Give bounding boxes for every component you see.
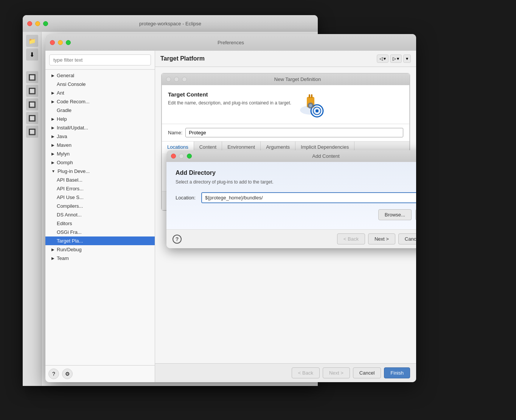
tree-label-java: Java — [57, 134, 67, 139]
svg-rect-3 — [311, 94, 312, 98]
browse-button[interactable]: Browse... — [378, 209, 412, 220]
add-content-back-button[interactable]: < Back — [337, 233, 365, 244]
tree-item-ds-annot[interactable]: DS Annot... — [45, 210, 155, 219]
preferences-body: ▶ General Ansi Console ▶ Ant ▶ Code Reco… — [45, 51, 416, 382]
tree-label-api-base: API Basel... — [57, 177, 82, 183]
add-content-cancel-button[interactable]: Cancel — [398, 233, 416, 244]
nav-forward-icon: ▷ — [393, 56, 396, 61]
eclipse-sidebar-icon-2[interactable]: ⬇ — [26, 48, 38, 61]
pref-traffic-lights — [50, 40, 71, 45]
tree-label-code-recom: Code Recom... — [57, 99, 90, 104]
tree-item-team[interactable]: ▶ Team — [45, 254, 155, 263]
tree-item-oomph[interactable]: ▶ Oomph — [45, 158, 155, 167]
tree-item-ansi-console[interactable]: Ansi Console — [45, 80, 155, 89]
tree-label-plugin: Plug-in Deve... — [58, 168, 90, 174]
add-content-help-icon[interactable]: ? — [173, 235, 182, 244]
tree-label-osgi-fra: OSGi Fra... — [57, 229, 82, 235]
location-input-container: ▾ — [201, 192, 416, 203]
variables-button[interactable]: Variables... — [415, 209, 416, 220]
tree-item-compilers[interactable]: Compilers... — [45, 202, 155, 210]
tree-footer: ? ⚙ — [45, 365, 155, 382]
eclipse-titlebar: protege-workspace - Eclipse — [23, 15, 318, 32]
search-input[interactable] — [49, 54, 151, 65]
tree-settings-button[interactable]: ⚙ — [62, 369, 73, 379]
add-content-close-btn[interactable] — [171, 154, 176, 159]
tree-arrow-team: ▶ — [51, 256, 54, 260]
preferences-tree-panel: ▶ General Ansi Console ▶ Ant ▶ Code Reco… — [45, 51, 155, 382]
new-target-btn-2 — [174, 77, 179, 82]
pref-minimize-button[interactable] — [58, 40, 63, 45]
tree-items-list: ▶ General Ansi Console ▶ Ant ▶ Code Reco… — [45, 70, 155, 365]
add-content-footer: ? < Back Next > Cancel Finish — [166, 229, 416, 248]
tree-item-install-update[interactable]: ▶ Install/Updat... — [45, 123, 155, 132]
eclipse-maximize-button[interactable] — [43, 21, 48, 26]
tree-arrow-run-debug: ▶ — [51, 247, 54, 252]
tree-item-maven[interactable]: ▶ Maven — [45, 141, 155, 149]
tree-arrow-oomph: ▶ — [51, 160, 54, 165]
tree-label-api-use: API Use S... — [57, 194, 84, 200]
tree-item-plugin-dev[interactable]: ▼ Plug-in Deve... — [45, 167, 155, 176]
new-target-btn-1 — [166, 77, 171, 82]
add-dir-subtitle: Select a directory of plug-ins to add to… — [176, 179, 416, 185]
tree-item-code-recom[interactable]: ▶ Code Recom... — [45, 97, 155, 106]
location-label: Location: — [176, 195, 198, 201]
name-input[interactable] — [185, 128, 403, 137]
eclipse-sidebar-icon-1[interactable]: 📁 — [26, 35, 38, 47]
target-content-text: Target Content Edit the name, descriptio… — [168, 91, 291, 106]
pref-maximize-button[interactable] — [66, 40, 71, 45]
add-dir-title: Add Directory — [176, 170, 416, 176]
tree-item-run-debug[interactable]: ▶ Run/Debug — [45, 245, 155, 254]
pref-cancel-button[interactable]: Cancel — [353, 367, 381, 378]
pref-finish-button[interactable]: Finish — [384, 367, 410, 378]
search-area — [45, 51, 155, 70]
tree-item-api-errors[interactable]: API Errors... — [45, 184, 155, 193]
tree-item-help[interactable]: ▶ Help — [45, 115, 155, 123]
pref-content-area: New Target Definition Target Content Edi… — [155, 67, 416, 363]
browse-row: Browse... Variables... — [176, 209, 416, 220]
add-content-max-btn[interactable] — [187, 154, 192, 159]
pref-next-button[interactable]: Next > — [323, 367, 350, 378]
nav-menu-button[interactable]: ▾ — [403, 54, 411, 63]
tree-label-compilers: Compilers... — [57, 203, 83, 209]
location-input[interactable] — [202, 193, 416, 202]
nav-back-button[interactable]: ◁ ▾ — [377, 54, 389, 63]
add-content-next-button[interactable]: Next > — [368, 233, 395, 244]
eclipse-sidebar-icon-5[interactable]: 🔲 — [26, 98, 38, 110]
target-icon — [297, 91, 324, 118]
nav-forward-button[interactable]: ▷ ▾ — [390, 54, 402, 63]
nav-dropdown-icon: ▾ — [384, 56, 386, 61]
svg-point-6 — [316, 109, 319, 112]
eclipse-window-title: protege-workspace - Eclipse — [139, 21, 201, 26]
tree-item-general[interactable]: ▶ General — [45, 71, 155, 80]
tree-item-gradle[interactable]: Gradle — [45, 106, 155, 115]
tree-arrow-java: ▶ — [51, 134, 54, 138]
preferences-titlebar: Preferences — [45, 34, 416, 51]
tree-item-java[interactable]: ▶ Java — [45, 132, 155, 141]
tree-label-install: Install/Updat... — [57, 125, 88, 131]
preferences-footer: < Back Next > Cancel Finish — [155, 363, 416, 382]
eclipse-sidebar-icon-4[interactable]: 🔲 — [26, 85, 38, 97]
tree-item-mylyn[interactable]: ▶ Mylyn — [45, 149, 155, 158]
tree-item-api-base[interactable]: API Basel... — [45, 176, 155, 184]
tree-label-ds-annot: DS Annot... — [57, 212, 82, 218]
preferences-title: Preferences — [218, 40, 244, 45]
eclipse-minimize-button[interactable] — [35, 21, 40, 26]
tree-label-maven: Maven — [57, 142, 71, 148]
eclipse-close-button[interactable] — [27, 21, 32, 26]
tree-item-ant[interactable]: ▶ Ant — [45, 89, 155, 97]
eclipse-sidebar-icon-3[interactable]: 🔲 — [26, 71, 38, 83]
new-target-traffic-lights — [166, 77, 187, 82]
tree-item-osgi-fra[interactable]: OSGi Fra... — [45, 228, 155, 236]
tree-help-button[interactable]: ? — [48, 369, 59, 379]
pref-close-button[interactable] — [50, 40, 55, 45]
tree-item-api-use[interactable]: API Use S... — [45, 193, 155, 202]
eclipse-sidebar-icon-6[interactable]: 🔲 — [26, 112, 38, 124]
add-content-dialog: Add Content Add Directory Select a direc… — [166, 150, 416, 248]
tree-item-target-platform[interactable]: Target Pla... — [45, 236, 155, 245]
eclipse-sidebar-icon-7[interactable]: 🔲 — [26, 126, 38, 138]
tree-item-editors[interactable]: Editors — [45, 219, 155, 228]
pref-back-button[interactable]: < Back — [292, 367, 320, 378]
target-content-desc: Edit the name, description, and plug-ins… — [168, 100, 291, 106]
tree-label-ansi-console: Ansi Console — [57, 81, 86, 87]
tree-label-ant: Ant — [57, 90, 64, 96]
